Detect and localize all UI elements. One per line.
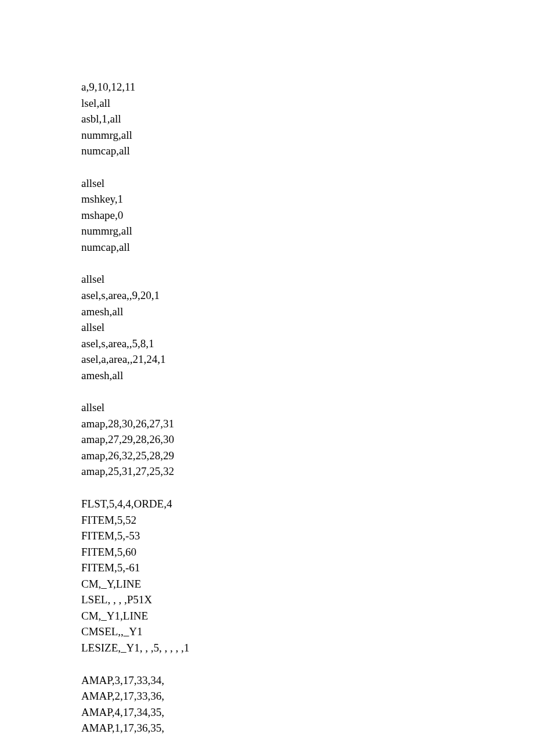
code-line: LESIZE,_Y1, , ,5, , , , ,1 [81,640,534,656]
code-line: numcap,all [81,143,534,159]
code-line: CMSEL,,_Y1 [81,624,534,640]
code-block-2: allsel asel,s,area,,9,20,1 amesh,all all… [81,271,534,383]
code-line: allsel [81,271,534,287]
code-line: CM,_Y1,LINE [81,608,534,624]
code-line: CM,_Y,LINE [81,576,534,592]
code-line: mshkey,1 [81,191,534,207]
code-line: asbl,1,all [81,111,534,127]
code-line: a,9,10,12,11 [81,79,534,95]
code-line: AMAP,3,17,33,34, [81,672,534,689]
code-line: asel,s,area,,5,8,1 [81,336,534,352]
code-line: allsel [81,175,534,192]
code-line: numcap,all [81,239,534,255]
code-line: FITEM,5,-61 [81,560,534,576]
code-line: asel,s,area,,9,20,1 [81,287,534,304]
code-line: AMAP,4,17,34,35, [81,704,534,721]
code-line: nummrg,all [81,223,534,239]
code-line: lsel,all [81,95,534,111]
code-line: amap,26,32,25,28,29 [81,448,534,464]
code-line: amap,27,29,28,26,30 [81,431,534,448]
code-line: nummrg,all [81,127,534,143]
code-line: mshape,0 [81,207,534,224]
code-line: AMAP,1,17,36,35, [81,720,534,736]
code-line: allsel [81,319,534,336]
code-block-4: FLST,5,4,4,ORDE,4 FITEM,5,52 FITEM,5,-53… [81,496,534,656]
code-line: FLST,5,4,4,ORDE,4 [81,496,534,512]
code-line: LSEL, , , ,P51X [81,592,534,608]
code-block-0: a,9,10,12,11 lsel,all asbl,1,all nummrg,… [81,79,534,159]
code-block-3: allsel amap,28,30,26,27,31 amap,27,29,28… [81,399,534,480]
code-line: FITEM,5,60 [81,544,534,560]
code-line: FITEM,5,-53 [81,528,534,544]
code-line: amesh,all [81,304,534,320]
code-line: allsel [81,399,534,416]
document-page: a,9,10,12,11 lsel,all asbl,1,all nummrg,… [0,0,534,756]
code-block-5: AMAP,3,17,33,34, AMAP,2,17,33,36, AMAP,4… [81,672,534,736]
code-block-1: allsel mshkey,1 mshape,0 nummrg,all numc… [81,175,534,255]
code-line: AMAP,2,17,33,36, [81,688,534,704]
code-line: asel,a,area,,21,24,1 [81,351,534,368]
code-line: amap,28,30,26,27,31 [81,416,534,432]
code-line: amesh,all [81,368,534,384]
code-line: amap,25,31,27,25,32 [81,463,534,480]
code-line: FITEM,5,52 [81,512,534,528]
